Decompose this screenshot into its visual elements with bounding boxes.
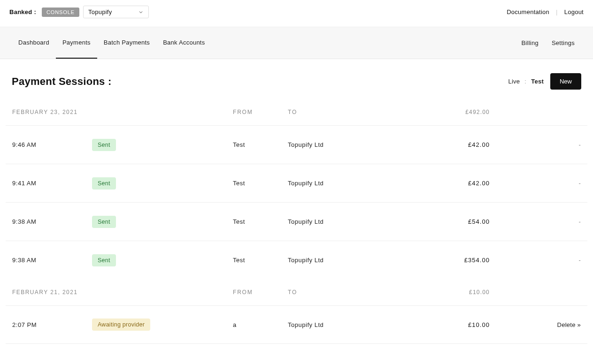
column-from: FROM bbox=[233, 109, 288, 115]
group-date: FEBRUARY 23, 2021 bbox=[12, 109, 92, 115]
mode-live[interactable]: Live bbox=[508, 78, 520, 85]
session-action: - bbox=[537, 141, 581, 148]
top-right: Documentation | Logout bbox=[507, 8, 584, 15]
session-to: Topupify Ltd bbox=[288, 218, 429, 225]
session-amount: £10.00 bbox=[429, 321, 490, 328]
org-selector[interactable]: Topupify bbox=[83, 6, 149, 18]
session-action: - bbox=[537, 180, 581, 187]
group-total: £492.00 bbox=[429, 109, 490, 115]
nav-billing[interactable]: Billing bbox=[515, 28, 545, 58]
session-to: Topupify Ltd bbox=[288, 257, 429, 264]
session-amount: £42.00 bbox=[429, 141, 490, 148]
mode-toggle: Live : Test bbox=[508, 78, 544, 85]
session-row[interactable]: 9:38 AMSentTestTopupify Ltd£354.00- bbox=[6, 241, 587, 279]
console-badge: CONSOLE bbox=[42, 8, 79, 17]
status-badge: Sent bbox=[92, 254, 116, 266]
logout-link[interactable]: Logout bbox=[564, 8, 584, 15]
session-time: 9:46 AM bbox=[12, 141, 92, 148]
column-to: TO bbox=[288, 109, 429, 115]
group-header: FEBRUARY 21, 2021FROMTO£10.00 bbox=[6, 279, 587, 305]
page-title: Payment Sessions : bbox=[12, 76, 112, 88]
chevron-down-icon bbox=[138, 9, 144, 15]
session-amount: £354.00 bbox=[429, 257, 490, 264]
date-group: FEBRUARY 23, 2021FROMTO£492.009:46 AMSen… bbox=[6, 99, 587, 279]
session-from: Test bbox=[233, 180, 288, 187]
nav-settings[interactable]: Settings bbox=[545, 28, 581, 58]
mode-separator: : bbox=[524, 78, 526, 85]
sessions-list: FEBRUARY 23, 2021FROMTO£492.009:46 AMSen… bbox=[0, 99, 593, 358]
column-to: TO bbox=[288, 289, 429, 296]
mode-test[interactable]: Test bbox=[531, 78, 544, 85]
nav-dashboard[interactable]: Dashboard bbox=[12, 27, 56, 59]
session-from: Test bbox=[233, 257, 288, 264]
session-row[interactable]: 9:46 AMSentTestTopupify Ltd£42.00- bbox=[6, 125, 587, 164]
documentation-link[interactable]: Documentation bbox=[507, 8, 549, 15]
session-to: Topupify Ltd bbox=[288, 141, 429, 148]
column-from: FROM bbox=[233, 289, 288, 296]
status-badge: Sent bbox=[92, 216, 116, 228]
session-from: Test bbox=[233, 141, 288, 148]
session-to: Topupify Ltd bbox=[288, 321, 429, 328]
session-time: 9:41 AM bbox=[12, 180, 92, 187]
session-action[interactable]: Delete » bbox=[537, 321, 581, 328]
session-amount: £42.00 bbox=[429, 180, 490, 187]
status-badge: Sent bbox=[92, 177, 116, 190]
session-from: a bbox=[233, 321, 288, 328]
session-time: 9:38 AM bbox=[12, 257, 92, 264]
session-amount: £54.00 bbox=[429, 218, 490, 225]
session-from: Test bbox=[233, 218, 288, 225]
org-selected-label: Topupify bbox=[88, 8, 112, 15]
page-header: Payment Sessions : Live : Test New bbox=[0, 59, 593, 99]
nav-payments[interactable]: Payments bbox=[56, 27, 97, 59]
status-badge: Sent bbox=[92, 139, 116, 151]
separator: | bbox=[556, 8, 558, 15]
session-row[interactable]: 9:38 AMSentTestTopupify Ltd£54.00- bbox=[6, 202, 587, 241]
nav-batch-payments[interactable]: Batch Payments bbox=[97, 27, 156, 59]
group-total: £10.00 bbox=[429, 289, 490, 296]
brand: Banked : bbox=[9, 8, 36, 15]
new-button[interactable]: New bbox=[550, 73, 581, 90]
session-to: Topupify Ltd bbox=[288, 180, 429, 187]
session-time: 9:38 AM bbox=[12, 218, 92, 225]
session-action: - bbox=[537, 218, 581, 225]
session-action: - bbox=[537, 257, 581, 264]
main-nav: Dashboard Payments Batch Payments Bank A… bbox=[0, 27, 593, 59]
group-date: FEBRUARY 21, 2021 bbox=[12, 289, 92, 296]
session-row[interactable]: 9:41 AMSentTestTopupify Ltd£42.00- bbox=[6, 164, 587, 202]
top-bar: Banked : CONSOLE Topupify Documentation … bbox=[0, 0, 593, 27]
date-group: FEBRUARY 21, 2021FROMTO£10.002:07 PMAwai… bbox=[6, 279, 587, 344]
session-time: 2:07 PM bbox=[12, 321, 92, 328]
session-row[interactable]: 2:07 PMAwaiting provideraTopupify Ltd£10… bbox=[6, 305, 587, 344]
nav-bank-accounts[interactable]: Bank Accounts bbox=[156, 27, 211, 59]
status-badge: Awaiting provider bbox=[92, 318, 150, 331]
group-header: FEBRUARY 23, 2021FROMTO£492.00 bbox=[6, 99, 587, 125]
